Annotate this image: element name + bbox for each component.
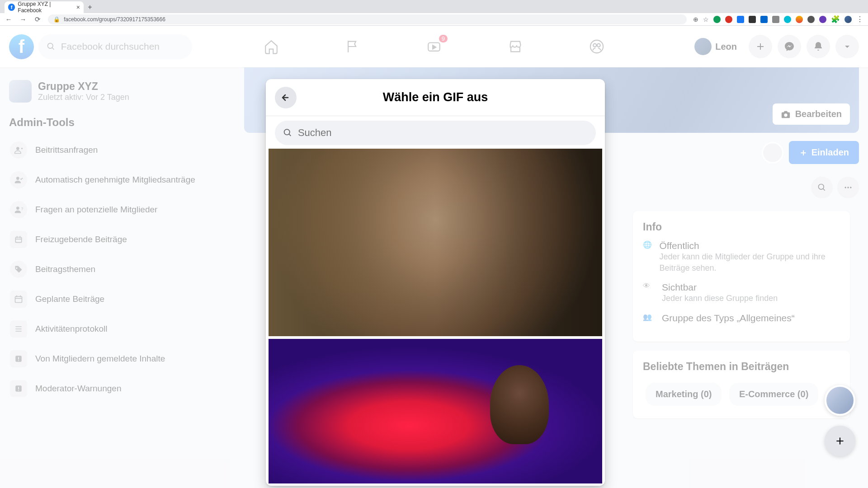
new-message-button[interactable] <box>825 426 855 456</box>
gif-search-input[interactable] <box>298 127 588 139</box>
warning-icon <box>10 380 27 397</box>
camera-icon <box>781 109 791 119</box>
reload-icon[interactable]: ⟳ <box>33 15 42 23</box>
ext-icon[interactable] <box>784 16 791 23</box>
ext-icon[interactable] <box>796 16 803 23</box>
ext-icon[interactable] <box>807 16 815 23</box>
modal-header: Wähle ein GIF aus <box>266 79 605 116</box>
sidebar-item-activity[interactable]: Aktivitätenprotokoll <box>5 314 230 344</box>
nav-marketplace[interactable] <box>477 30 554 63</box>
info-public: 🌐 Öffentlich Jeder kann die Mitglieder d… <box>643 240 840 274</box>
chevron-down-icon <box>842 41 853 52</box>
nav-pages[interactable] <box>314 30 391 63</box>
more-options-button[interactable] <box>837 177 859 198</box>
profile-chip[interactable]: Leon <box>692 36 743 57</box>
sidebar-item-auto-approved[interactable]: Automatisch genehmigte Mitgliedsanträge <box>5 165 230 195</box>
info-sub: Jeder kann die Mitglieder der Gruppe und… <box>659 251 840 274</box>
nav-groups[interactable] <box>558 30 635 63</box>
group-thumb-icon <box>9 80 32 103</box>
star-icon[interactable]: ☆ <box>703 16 709 23</box>
fb-top-nav: f 9 Leon <box>0 26 868 67</box>
sidebar-item-warnings[interactable]: Moderator-Warnungen <box>5 374 230 404</box>
sidebar-item-label: Beitrittsanfragen <box>35 145 98 155</box>
new-tab-button[interactable]: + <box>84 1 96 13</box>
browser-tab[interactable]: f Gruppe XYZ | Facebook × <box>5 1 84 13</box>
gif-result[interactable] <box>269 339 602 483</box>
tab-bar: f Gruppe XYZ | Facebook × + <box>0 0 868 13</box>
ext-icon[interactable] <box>725 16 732 23</box>
ext-icon[interactable] <box>772 16 779 23</box>
sidebar-item-requests[interactable]: Beitrittsanfragen <box>5 135 230 165</box>
info-title: Öffentlich <box>659 240 840 251</box>
svg-line-19 <box>823 189 825 191</box>
topic-chip[interactable]: E-Commerce (0) <box>729 383 818 406</box>
center-nav: 9 <box>233 30 635 63</box>
profile-name: Leon <box>715 42 737 52</box>
ext-icon[interactable] <box>749 16 756 23</box>
calendar-icon <box>10 291 27 308</box>
svg-point-6 <box>16 147 19 150</box>
nav-home[interactable] <box>233 30 310 63</box>
nav-watch[interactable]: 9 <box>396 30 472 63</box>
sidebar-item-pending[interactable]: Freizugebende Beiträge <box>5 225 230 254</box>
url-field[interactable]: 🔒 facebook.com/groups/7320917175353666 <box>48 14 687 24</box>
search-posts-button[interactable] <box>811 177 833 198</box>
modal-title: Wähle ein GIF aus <box>383 90 488 104</box>
notifications-button[interactable] <box>807 35 830 58</box>
svg-point-23 <box>284 129 290 135</box>
sidebar-item-scheduled[interactable]: Geplante Beiträge <box>5 284 230 314</box>
account-button[interactable] <box>835 35 859 58</box>
edit-cover-button[interactable]: Bearbeiten <box>773 103 850 125</box>
group-activity: Zuletzt aktiv: Vor 2 Tagen <box>38 93 129 102</box>
fb-search[interactable] <box>38 34 192 59</box>
info-type: 👥 Gruppe des Typs „Allgemeines“ <box>643 313 840 324</box>
gif-list[interactable] <box>266 149 605 486</box>
sidebar-item-label: Beitragsthemen <box>35 264 95 274</box>
ext-icon[interactable] <box>760 16 768 23</box>
sidebar-item-questions[interactable]: ? Fragen an potenzielle Mitglieder <box>5 195 230 225</box>
fb-logo-icon[interactable]: f <box>9 34 34 59</box>
puzzle-icon[interactable]: 🧩 <box>831 15 840 23</box>
close-tab-icon[interactable]: × <box>76 4 80 11</box>
back-icon[interactable]: ← <box>5 15 13 23</box>
home-icon <box>264 39 279 54</box>
invite-button[interactable]: ＋ Einladen <box>789 141 859 164</box>
right-column: Info 🌐 Öffentlich Jeder kann die Mitglie… <box>624 203 859 436</box>
topic-chip[interactable]: Marketing (0) <box>646 383 722 406</box>
back-button[interactable] <box>275 87 297 108</box>
info-title: Gruppe des Typs „Allgemeines“ <box>662 313 795 324</box>
messenger-button[interactable] <box>778 35 801 58</box>
menu-icon[interactable]: ⋮ <box>856 15 863 23</box>
svg-text:?: ? <box>21 206 23 211</box>
zoom-icon[interactable]: ⊕ <box>693 16 698 23</box>
info-title: Sichtbar <box>662 282 778 293</box>
svg-rect-17 <box>18 390 19 391</box>
edit-label: Bearbeiten <box>795 109 842 119</box>
forward-icon[interactable]: → <box>19 15 27 23</box>
profile-icon[interactable] <box>844 16 852 23</box>
url-text: facebook.com/groups/7320917175353666 <box>64 16 165 23</box>
create-button[interactable] <box>749 35 772 58</box>
sidebar-item-topics[interactable]: Beitragsthemen <box>5 254 230 284</box>
group-name: Gruppe XYZ <box>38 80 129 93</box>
sidebar-section-heading: Admin-Tools <box>9 116 226 129</box>
sidebar-item-reported[interactable]: Von Mitgliedern gemeldete Inhalte <box>5 344 230 374</box>
question-icon: ? <box>10 201 27 218</box>
gif-search[interactable] <box>275 121 596 145</box>
fb-search-input[interactable] <box>61 41 184 52</box>
bell-icon <box>813 41 824 52</box>
people-icon: 👥 <box>643 313 656 324</box>
list-icon <box>10 320 27 338</box>
messenger-chat-head[interactable] <box>825 385 855 416</box>
ext-icon[interactable] <box>737 16 744 23</box>
ext-icon[interactable] <box>819 16 826 23</box>
group-header[interactable]: Gruppe XYZ Zuletzt aktiv: Vor 2 Tagen <box>5 76 230 106</box>
left-sidebar: Gruppe XYZ Zuletzt aktiv: Vor 2 Tagen Ad… <box>0 67 235 488</box>
address-bar: ← → ⟳ 🔒 facebook.com/groups/732091717535… <box>0 13 868 26</box>
sidebar-item-label: Moderator-Warnungen <box>35 384 121 394</box>
svg-point-18 <box>819 184 824 190</box>
ext-icon[interactable] <box>713 16 721 23</box>
sidebar-item-label: Freizugebende Beiträge <box>35 235 127 244</box>
sidebar-item-label: Von Mitgliedern gemeldete Inhalte <box>35 354 165 364</box>
gif-result[interactable] <box>269 149 602 336</box>
